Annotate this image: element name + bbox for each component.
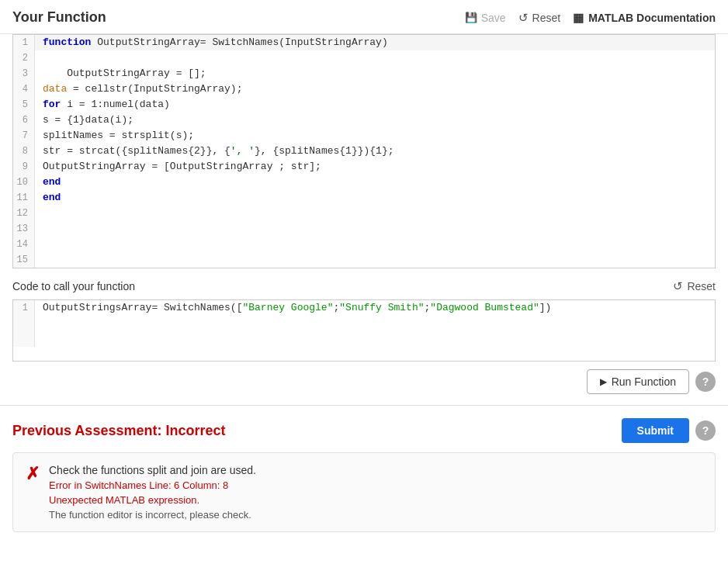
call-reset-button[interactable]: ↺ Reset: [673, 279, 716, 293]
play-icon: ▶: [600, 376, 607, 387]
code-line-1: 1 function OutputStringArray= SwitchName…: [13, 35, 715, 50]
line-num-10: 10: [13, 175, 35, 190]
code-line-14: 14: [13, 237, 715, 252]
assessment-help-button[interactable]: ?: [695, 420, 716, 441]
matlab-docs-label: MATLAB Documentation: [588, 12, 716, 24]
code-line-5: 5 for i = 1:numel(data): [13, 97, 715, 112]
header-reset-button[interactable]: ↺ Reset: [518, 11, 561, 25]
line-content-6: s = {1}data(i);: [35, 112, 133, 128]
line-content-5: for i = 1:numel(data): [35, 97, 170, 112]
line-num-15: 15: [13, 252, 35, 268]
line-content-13: [35, 221, 43, 237]
feedback-check-text: Check the functions split and join are u…: [49, 464, 256, 476]
line-content-8: str = strcat({splitNames{2}}, {', '}, {s…: [35, 144, 394, 159]
line-num-4: 4: [13, 81, 35, 97]
call-line-2: [13, 316, 715, 347]
page-header: Your Function 💾 Save ↺ Reset ▦ MATLAB Do…: [0, 0, 728, 34]
line-num-7: 7: [13, 128, 35, 144]
page-title: Your Function: [12, 9, 106, 26]
feedback-error-line1: Error in SwitchNames Line: 6 Column: 8: [49, 479, 256, 491]
code-line-6: 6 s = {1}data(i);: [13, 112, 715, 128]
line-num-6: 6: [13, 112, 35, 128]
error-x-icon: ✗: [26, 465, 40, 483]
run-help-label: ?: [702, 375, 709, 388]
line-num-9: 9: [13, 159, 35, 175]
header-reset-label: Reset: [532, 12, 561, 24]
code-editor[interactable]: 1 function OutputStringArray= SwitchName…: [12, 34, 716, 268]
line-num-8: 8: [13, 144, 35, 159]
code-line-15: 15: [13, 252, 715, 268]
line-content-4: data = cellstr(InputStringArray);: [35, 81, 242, 97]
section-divider: [0, 405, 728, 406]
call-reset-icon: ↺: [673, 279, 683, 293]
line-content-2: [35, 50, 43, 66]
feedback-row: ✗ Check the functions split and join are…: [26, 464, 702, 521]
call-section-header: Code to call your function ↺ Reset: [0, 268, 728, 299]
code-line-2: 2: [13, 50, 715, 66]
feedback-note: The function editor is incorrect, please…: [49, 509, 256, 521]
save-label: Save: [481, 12, 506, 24]
call-line-1: 1 OutputStringsArray= SwitchNames(["Barn…: [13, 300, 715, 316]
assessment-help-label: ?: [702, 424, 709, 437]
line-content-1: function OutputStringArray= SwitchNames(…: [35, 35, 388, 50]
assessment-title: Previous Assessment: Incorrect: [12, 423, 225, 439]
code-line-12: 12: [13, 206, 715, 221]
feedback-error-line2: Unexpected MATLAB expression.: [49, 494, 256, 506]
call-line-num-2: [13, 316, 35, 347]
run-function-label: Run Function: [612, 375, 676, 388]
line-content-15: [35, 252, 43, 268]
line-content-7: splitNames = strsplit(s);: [35, 128, 194, 144]
matlab-docs-button[interactable]: ▦ MATLAB Documentation: [573, 11, 716, 25]
call-section-title: Code to call your function: [12, 280, 135, 292]
code-line-11: 11 end: [13, 190, 715, 206]
line-num-13: 13: [13, 221, 35, 237]
header-actions: 💾 Save ↺ Reset ▦ MATLAB Documentation: [465, 11, 716, 25]
feedback-box: ✗ Check the functions split and join are…: [12, 452, 716, 532]
line-num-2: 2: [13, 50, 35, 66]
call-line-content-1: OutputStringsArray= SwitchNames(["Barney…: [35, 300, 551, 316]
line-num-11: 11: [13, 190, 35, 206]
line-content-9: OutputStringArray = [OutputStringArray ;…: [35, 159, 321, 175]
code-line-3: 3 OutputStringArray = [];: [13, 66, 715, 81]
run-function-button[interactable]: ▶ Run Function: [587, 369, 689, 394]
code-line-10: 10 end: [13, 175, 715, 190]
line-content-10: end: [35, 175, 61, 190]
line-num-14: 14: [13, 237, 35, 252]
call-line-num-1: 1: [13, 300, 35, 316]
line-num-1: 1: [13, 35, 35, 50]
line-content-14: [35, 237, 43, 252]
save-button[interactable]: 💾 Save: [465, 12, 506, 24]
matlab-docs-icon: ▦: [573, 11, 584, 25]
assessment-actions: Submit ?: [622, 418, 716, 443]
assessment-header: Previous Assessment: Incorrect Submit ?: [0, 409, 728, 452]
line-content-12: [35, 206, 43, 221]
code-line-7: 7 splitNames = strsplit(s);: [13, 128, 715, 144]
feedback-content: Check the functions split and join are u…: [49, 464, 256, 521]
submit-button[interactable]: Submit: [622, 418, 689, 443]
line-content-11: end: [35, 190, 61, 206]
line-num-3: 3: [13, 66, 35, 81]
call-line-content-2: [35, 316, 43, 347]
call-editor[interactable]: 1 OutputStringsArray= SwitchNames(["Barn…: [12, 299, 716, 362]
call-reset-label: Reset: [687, 280, 716, 292]
reset-icon: ↺: [518, 11, 529, 25]
line-num-12: 12: [13, 206, 35, 221]
code-line-9: 9 OutputStringArray = [OutputStringArray…: [13, 159, 715, 175]
code-line-4: 4 data = cellstr(InputStringArray);: [13, 81, 715, 97]
run-help-button[interactable]: ?: [695, 372, 716, 392]
save-icon: 💾: [465, 12, 477, 23]
line-content-3: OutputStringArray = [];: [35, 66, 206, 81]
run-row: ▶ Run Function ?: [0, 362, 728, 402]
code-line-8: 8 str = strcat({splitNames{2}}, {', '}, …: [13, 144, 715, 159]
line-num-5: 5: [13, 97, 35, 112]
code-line-13: 13: [13, 221, 715, 237]
